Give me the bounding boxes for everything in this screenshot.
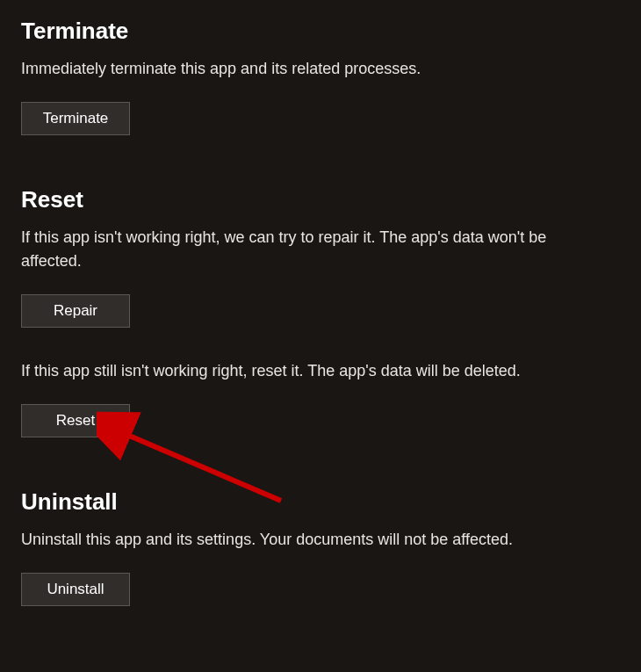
repair-subsection: If this app isn't working right, we can …: [21, 226, 620, 328]
repair-button[interactable]: Repair: [21, 294, 130, 328]
reset-subsection: If this app still isn't working right, r…: [21, 359, 620, 437]
reset-description: If this app still isn't working right, r…: [21, 359, 609, 383]
uninstall-button[interactable]: Uninstall: [21, 573, 130, 606]
uninstall-heading: Uninstall: [21, 488, 620, 516]
repair-description: If this app isn't working right, we can …: [21, 226, 609, 273]
reset-section: Reset If this app isn't working right, w…: [21, 186, 620, 437]
uninstall-description: Uninstall this app and its settings. You…: [21, 528, 609, 552]
terminate-section: Terminate Immediately terminate this app…: [21, 18, 620, 135]
uninstall-section: Uninstall Uninstall this app and its set…: [21, 488, 620, 606]
reset-heading: Reset: [21, 186, 620, 213]
terminate-button[interactable]: Terminate: [21, 102, 130, 135]
reset-button[interactable]: Reset: [21, 404, 130, 437]
terminate-heading: Terminate: [21, 18, 620, 45]
terminate-description: Immediately terminate this app and its r…: [21, 57, 609, 81]
